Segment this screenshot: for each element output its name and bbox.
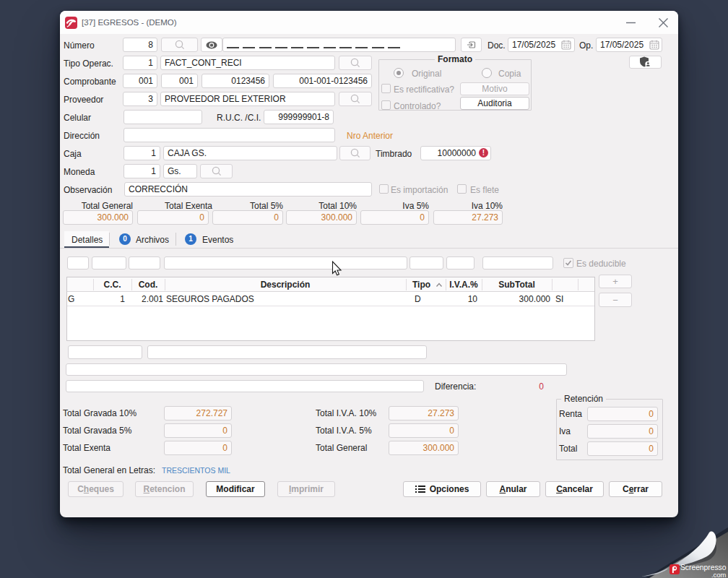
svg-text:.com: .com	[711, 571, 727, 578]
